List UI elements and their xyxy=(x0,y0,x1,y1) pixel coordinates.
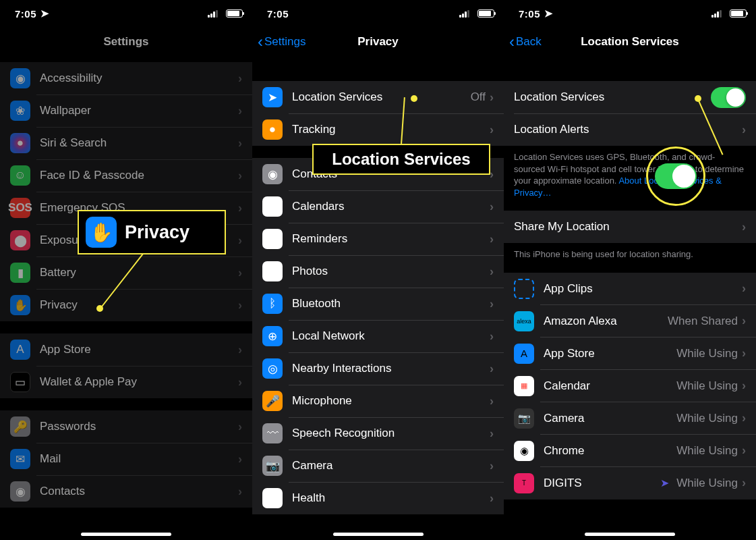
row-detail: When Shared xyxy=(668,315,738,328)
camera-icon: 📷 xyxy=(262,456,283,476)
chevron-right-icon: › xyxy=(742,314,746,328)
row-label: Contacts xyxy=(292,167,490,181)
chevron-right-icon: › xyxy=(742,220,746,234)
row-app-appclips[interactable]: App Clips› xyxy=(504,273,756,305)
row-health[interactable]: ♥Health› xyxy=(252,482,504,514)
row-label: Speech Recognition xyxy=(292,427,490,440)
chevron-left-icon: ‹ xyxy=(258,34,263,50)
appclips-icon xyxy=(514,279,534,299)
row-mail[interactable]: ✉Mail› xyxy=(0,443,252,475)
row-calendars[interactable]: ▦Calendars› xyxy=(252,190,504,223)
row-label: Wallpaper xyxy=(40,104,238,117)
status-bar: 7:05➤ xyxy=(0,0,252,27)
annotation-dot xyxy=(96,305,103,312)
row-label: Calendar xyxy=(544,379,676,393)
row-app-camera2[interactable]: 📷CameraWhile Using› xyxy=(504,402,756,435)
chevron-right-icon: › xyxy=(238,298,242,313)
row-app-digits[interactable]: TDIGITS➤While Using› xyxy=(504,467,756,500)
row-label: App Store xyxy=(544,347,676,360)
row-wallet[interactable]: ▭Wallet & Apple Pay› xyxy=(0,366,252,398)
row-sos[interactable]: SOSEmergency SOS› xyxy=(0,192,252,224)
toggle-switch[interactable] xyxy=(711,87,746,108)
chevron-right-icon: › xyxy=(742,411,746,425)
row-network[interactable]: ⊕Local Network› xyxy=(252,320,504,352)
row-privacy[interactable]: ✋Privacy› xyxy=(0,289,252,321)
row-microphone[interactable]: 🎤Microphone› xyxy=(252,385,504,417)
row-label: App Clips xyxy=(544,282,742,296)
microphone-icon: 🎤 xyxy=(262,391,283,411)
row-battery[interactable]: ▮Battery› xyxy=(0,256,252,289)
row-label: Microphone xyxy=(292,394,490,408)
home-indicator[interactable] xyxy=(81,533,171,536)
signal-icon xyxy=(459,10,469,18)
row-nearby[interactable]: ◎Nearby Interactions› xyxy=(252,352,504,385)
row-label: Exposure Notifications xyxy=(40,234,238,247)
row-tracking[interactable]: ●Tracking› xyxy=(252,113,504,146)
row-label: Emergency SOS xyxy=(40,201,238,215)
nav-bar: ‹Settings Privacy xyxy=(252,27,504,57)
row-app-alexa[interactable]: alexaAmazon AlexaWhen Shared› xyxy=(504,305,756,338)
home-indicator[interactable] xyxy=(333,533,424,536)
home-indicator[interactable] xyxy=(585,533,675,536)
nav-title: Settings xyxy=(103,35,148,49)
row-label: Chrome xyxy=(544,444,676,458)
chevron-right-icon: › xyxy=(238,201,242,215)
row-bluetooth[interactable]: ᛒBluetooth› xyxy=(252,288,504,320)
status-bar: 7:05➤ xyxy=(504,0,756,27)
wallpaper-icon: ❀ xyxy=(10,101,30,121)
chevron-right-icon: › xyxy=(238,169,242,183)
status-bar: 7:05 xyxy=(252,0,504,27)
bluetooth-icon: ᛒ xyxy=(262,294,283,314)
chevron-right-icon: › xyxy=(490,265,494,279)
row-exposure[interactable]: ⬤Exposure Notifications› xyxy=(0,224,252,256)
row-app-appstore2[interactable]: AApp StoreWhile Using› xyxy=(504,338,756,370)
row-location[interactable]: ➤Location ServicesOff› xyxy=(252,81,504,113)
row-detail: While Using xyxy=(676,444,738,458)
row-label: Wallet & Apple Pay xyxy=(40,375,238,389)
calendar2-icon: ▦ xyxy=(514,376,534,396)
annotation-dot xyxy=(411,95,417,102)
row-reminders[interactable]: ☰Reminders› xyxy=(252,223,504,255)
row-photos[interactable]: ✿Photos› xyxy=(252,255,504,288)
chevron-right-icon: › xyxy=(238,104,242,118)
faceid-icon: ☺ xyxy=(10,165,30,186)
status-icons xyxy=(711,8,747,20)
row-faceid[interactable]: ☺Face ID & Passcode› xyxy=(0,159,252,192)
row-share-my-location[interactable]: Share My Location › xyxy=(504,211,756,243)
status-time: 7:05 xyxy=(267,8,289,20)
row-camera[interactable]: 📷Camera› xyxy=(252,450,504,482)
status-time: 7:05 xyxy=(519,8,540,20)
row-contacts2[interactable]: ◉Contacts› xyxy=(252,158,504,190)
row-label: Location Services xyxy=(514,90,711,104)
appstore-icon: A xyxy=(10,340,30,360)
row-label: Bluetooth xyxy=(292,297,490,310)
row-location-services-toggle[interactable]: Location Services xyxy=(504,81,756,113)
wallet-icon: ▭ xyxy=(10,372,30,392)
row-location-alerts[interactable]: Location Alerts › xyxy=(504,113,756,146)
battery-icon xyxy=(226,9,243,18)
row-passwords[interactable]: 🔑Passwords› xyxy=(0,410,252,443)
status-time: 7:05 xyxy=(15,8,36,20)
row-label: Location Services xyxy=(292,90,471,104)
row-label: Photos xyxy=(292,265,490,278)
calendars-icon: ▦ xyxy=(262,196,283,217)
chevron-right-icon: › xyxy=(490,200,494,214)
back-button[interactable]: ‹Settings xyxy=(258,34,306,50)
row-speech[interactable]: 〰Speech Recognition› xyxy=(252,417,504,450)
row-app-chrome[interactable]: ◉ChromeWhile Using› xyxy=(504,435,756,467)
chevron-right-icon: › xyxy=(238,375,242,389)
row-contacts[interactable]: ◉Contacts› xyxy=(0,475,252,508)
back-button[interactable]: ‹Back xyxy=(509,34,542,50)
row-wallpaper[interactable]: ❀Wallpaper› xyxy=(0,94,252,127)
chevron-right-icon: › xyxy=(742,443,746,458)
privacy-icon: ✋ xyxy=(10,295,30,315)
row-app-calendar2[interactable]: ▦CalendarWhile Using› xyxy=(504,370,756,402)
status-icons xyxy=(459,8,494,20)
row-label: App Store xyxy=(40,343,238,356)
row-siri[interactable]: ●Siri & Search› xyxy=(0,127,252,159)
row-label: Tracking xyxy=(292,123,490,136)
row-accessibility[interactable]: ◉Accessibility› xyxy=(0,62,252,94)
nav-title: Privacy xyxy=(357,35,399,49)
nearby-icon: ◎ xyxy=(262,358,283,379)
row-appstore[interactable]: AApp Store› xyxy=(0,333,252,366)
